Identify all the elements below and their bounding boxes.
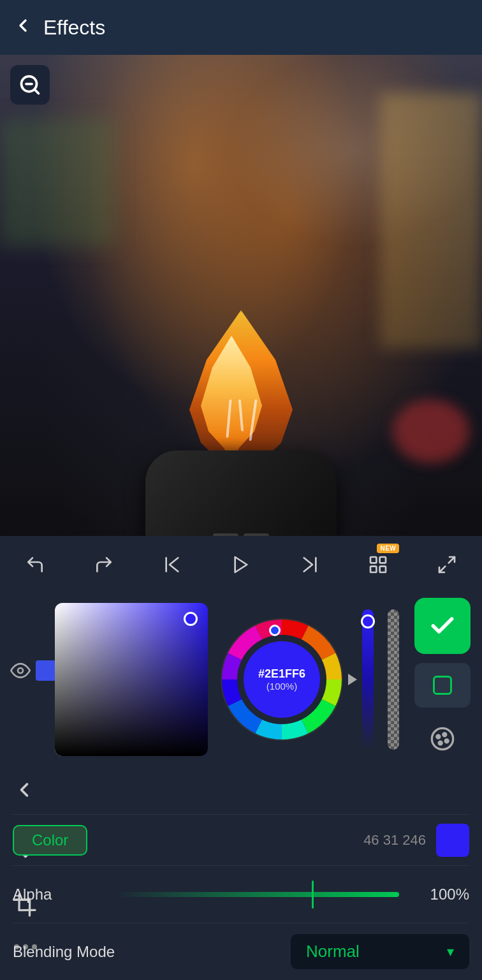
wheel-play-button[interactable] bbox=[348, 674, 357, 685]
checkmark-icon bbox=[428, 612, 456, 640]
flame-overlay bbox=[145, 285, 337, 476]
blending-mode-row: Blending Mode Normal ▾ bbox=[13, 923, 469, 980]
blending-mode-label: Blending Mode bbox=[13, 943, 291, 961]
svg-line-11 bbox=[439, 567, 445, 572]
confirm-button[interactable] bbox=[414, 598, 471, 654]
svg-rect-16 bbox=[434, 677, 451, 694]
alpha-label: Alpha bbox=[13, 886, 102, 903]
svg-rect-8 bbox=[380, 557, 386, 563]
svg-rect-7 bbox=[370, 567, 376, 572]
panel-back-button[interactable] bbox=[13, 778, 36, 804]
active-color-swatch[interactable] bbox=[36, 660, 56, 681]
svg-point-18 bbox=[437, 735, 440, 738]
svg-rect-9 bbox=[380, 567, 386, 572]
color-gradient-picker[interactable] bbox=[55, 603, 208, 756]
toolbar: NEW bbox=[0, 536, 482, 593]
palette-icon bbox=[430, 726, 455, 752]
zoom-out-button[interactable] bbox=[10, 65, 50, 105]
bg-yellow-blur bbox=[380, 93, 482, 348]
steam-line-2 bbox=[238, 399, 244, 431]
skip-forward-button[interactable] bbox=[294, 549, 326, 581]
zoom-out-icon bbox=[18, 73, 41, 96]
fit-button[interactable]: NEW bbox=[362, 549, 394, 581]
bottom-panel: NEW bbox=[0, 536, 482, 980]
steam-lines bbox=[228, 399, 254, 441]
svg-line-10 bbox=[449, 557, 455, 563]
color-box-button[interactable] bbox=[414, 663, 471, 708]
color-picker-area: #2E1FF6 (100%) bbox=[0, 593, 482, 766]
svg-line-1 bbox=[34, 89, 39, 94]
gradient-handle[interactable] bbox=[184, 612, 198, 626]
svg-point-21 bbox=[439, 741, 442, 745]
undo-button[interactable] bbox=[19, 549, 51, 581]
alpha-value: 100% bbox=[412, 886, 469, 903]
color-tab-button[interactable]: Color bbox=[13, 825, 87, 856]
new-badge: NEW bbox=[377, 544, 399, 553]
preview-area bbox=[0, 55, 482, 591]
svg-point-19 bbox=[443, 733, 446, 736]
svg-marker-4 bbox=[235, 557, 247, 572]
alpha-row: Alpha 100% bbox=[13, 865, 469, 923]
preview-background bbox=[0, 55, 482, 591]
bg-green-blur bbox=[0, 119, 115, 246]
redo-button[interactable] bbox=[88, 549, 120, 581]
palette-button[interactable] bbox=[414, 716, 471, 761]
color-wheel-center: #2E1FF6 (100%) bbox=[244, 641, 320, 718]
blending-mode-dropdown[interactable]: Normal ▾ bbox=[291, 934, 469, 969]
color-box-icon bbox=[431, 674, 454, 697]
right-action-buttons bbox=[414, 598, 471, 761]
svg-point-20 bbox=[445, 739, 448, 743]
skip-back-button[interactable] bbox=[156, 549, 188, 581]
eye-swatch-group[interactable] bbox=[10, 660, 56, 681]
alpha-slider-handle[interactable] bbox=[312, 880, 314, 909]
back-button[interactable] bbox=[13, 15, 33, 40]
svg-rect-6 bbox=[370, 557, 376, 563]
page-title: Effects bbox=[43, 16, 105, 40]
color-swatch-large[interactable] bbox=[436, 824, 469, 857]
expand-button[interactable] bbox=[431, 549, 463, 581]
brightness-handle[interactable] bbox=[361, 614, 375, 628]
wheel-handle[interactable] bbox=[269, 625, 281, 636]
bottom-controls: Color 46 31 246 Alpha 100% Blending Mode… bbox=[0, 814, 482, 980]
chevron-down-icon: ▾ bbox=[447, 944, 454, 960]
header: Effects bbox=[0, 0, 482, 55]
left-panel-icons bbox=[10, 660, 56, 681]
svg-point-12 bbox=[18, 668, 23, 673]
alpha-v-slider-container bbox=[388, 609, 399, 750]
color-hex-display: #2E1FF6 bbox=[258, 667, 305, 681]
svg-point-17 bbox=[432, 728, 453, 749]
color-wheel[interactable]: #2E1FF6 (100%) bbox=[218, 616, 346, 743]
vertical-sliders bbox=[362, 609, 374, 750]
color-control-row: Color 46 31 246 bbox=[13, 814, 469, 865]
color-pct-display: (100%) bbox=[267, 681, 297, 692]
alpha-vertical-slider[interactable] bbox=[388, 609, 399, 750]
brightness-slider[interactable] bbox=[362, 609, 374, 750]
rgb-values: 46 31 246 bbox=[100, 832, 436, 849]
eye-icon bbox=[10, 660, 31, 681]
alpha-slider[interactable] bbox=[115, 892, 399, 897]
play-button[interactable] bbox=[225, 549, 257, 581]
blending-mode-value: Normal bbox=[306, 942, 439, 961]
bg-red-blur bbox=[393, 399, 469, 463]
